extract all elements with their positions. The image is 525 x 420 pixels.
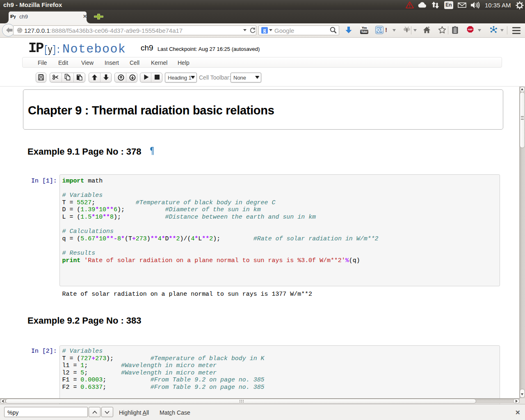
svg-text:ABP: ABP bbox=[468, 28, 473, 31]
